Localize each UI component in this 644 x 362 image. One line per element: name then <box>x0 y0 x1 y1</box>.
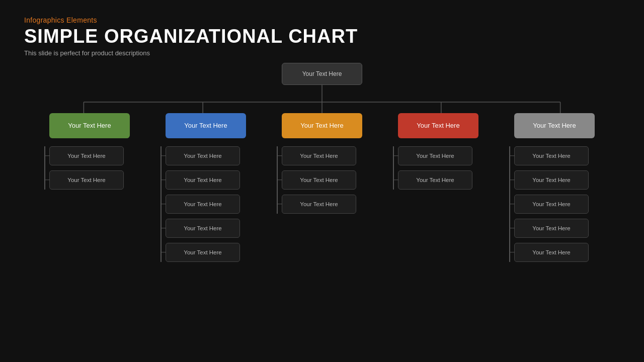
col-header-col-orange: Your Text Here <box>282 113 362 138</box>
list-item: Your Text Here <box>514 170 589 190</box>
column-col-red: Your Text HereYour Text HereYour Text He… <box>393 113 484 262</box>
list-item: Your Text Here <box>398 170 472 190</box>
child-group-col-green: Your Text HereYour Text Here <box>49 146 130 190</box>
list-item: Your Text Here <box>514 195 589 214</box>
root-label: Your Text Here <box>302 70 342 77</box>
child-group-col-orange: Your Text HereYour Text HereYour Text He… <box>282 146 362 214</box>
list-item: Your Text Here <box>514 219 589 238</box>
list-item: Your Text Here <box>49 146 124 165</box>
child-group-col-red: Your Text HereYour Text Here <box>398 146 478 190</box>
title: SIMPLE ORGANIZATIONAL CHART <box>24 26 620 47</box>
list-item: Your Text Here <box>166 219 240 238</box>
list-item: Your Text Here <box>166 146 240 165</box>
root-node: Your Text Here <box>282 63 362 85</box>
column-col-green: Your Text HereYour Text HereYour Text He… <box>44 113 135 262</box>
column-col-orange: Your Text HereYour Text HereYour Text He… <box>277 113 367 262</box>
list-item: Your Text Here <box>514 243 589 262</box>
list-item: Your Text Here <box>282 170 356 190</box>
slide: Infographics Elements SIMPLE ORGANIZATIO… <box>0 0 644 362</box>
header: Infographics Elements SIMPLE ORGANIZATIO… <box>24 16 620 57</box>
list-item: Your Text Here <box>166 243 240 262</box>
col-header-col-blue: Your Text Here <box>166 113 246 138</box>
child-group-col-blue: Your Text HereYour Text HereYour Text He… <box>166 146 246 262</box>
columns: Your Text HereYour Text HereYour Text He… <box>24 113 620 262</box>
list-item: Your Text Here <box>282 195 356 214</box>
col-header-col-green: Your Text Here <box>49 113 130 138</box>
subtitle: Infographics Elements <box>24 16 620 24</box>
list-item: Your Text Here <box>282 146 356 165</box>
col-header-col-gray: Your Text Here <box>514 113 595 138</box>
description: This slide is perfect for product descri… <box>24 49 620 57</box>
chart-area: Your Text Here Your Text HereYour Text H… <box>24 63 620 329</box>
list-item: Your Text Here <box>166 195 240 214</box>
column-col-gray: Your Text HereYour Text HereYour Text He… <box>509 113 600 262</box>
list-item: Your Text Here <box>514 146 589 165</box>
list-item: Your Text Here <box>166 170 240 190</box>
col-header-col-red: Your Text Here <box>398 113 478 138</box>
list-item: Your Text Here <box>398 146 472 165</box>
list-item: Your Text Here <box>49 170 124 190</box>
column-col-blue: Your Text HereYour Text HereYour Text He… <box>160 113 251 262</box>
child-group-col-gray: Your Text HereYour Text HereYour Text He… <box>514 146 595 262</box>
